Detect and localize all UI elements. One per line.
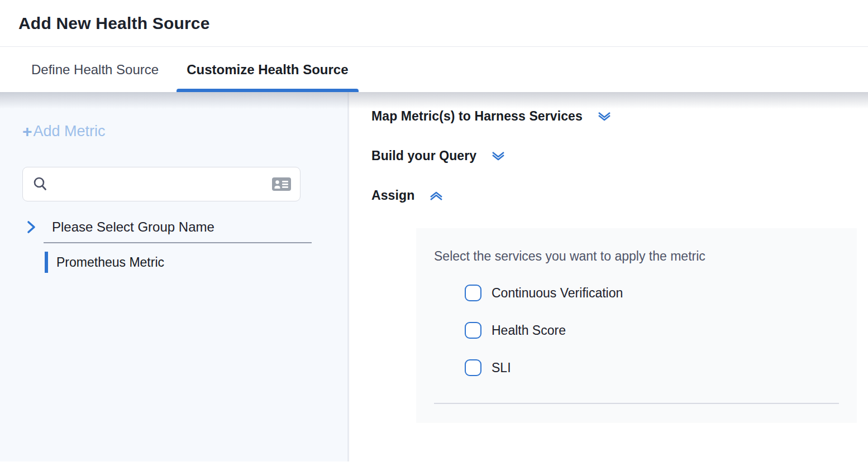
section-title: Build your Query xyxy=(371,148,476,163)
health-score-checkbox[interactable] xyxy=(465,322,481,339)
tab-customize-health-source[interactable]: Customize Health Source xyxy=(187,47,348,92)
option-label: Health Score xyxy=(492,323,566,338)
chevron-down-icon[interactable] xyxy=(596,110,613,123)
content-area: + Add Metric xyxy=(0,92,868,461)
group-row[interactable]: Please Select Group Name xyxy=(22,219,325,235)
page-title: Add New Health Source xyxy=(18,14,210,33)
tab-label: Define Health Source xyxy=(31,62,159,78)
contact-card-icon[interactable] xyxy=(271,176,292,192)
metric-list-item-prometheus[interactable]: Prometheus Metric xyxy=(45,252,325,273)
assign-divider xyxy=(434,403,839,404)
section-title: Assign xyxy=(371,188,414,203)
tab-define-health-source[interactable]: Define Health Source xyxy=(31,47,159,92)
plus-icon: + xyxy=(22,123,32,140)
continuous-verification-checkbox[interactable] xyxy=(465,285,481,301)
option-continuous-verification[interactable]: Continuous Verification xyxy=(465,285,839,301)
group-name-label: Please Select Group Name xyxy=(52,219,214,235)
option-health-score[interactable]: Health Score xyxy=(465,322,839,339)
sli-checkbox[interactable] xyxy=(465,359,481,376)
assign-panel: Select the services you want to apply th… xyxy=(416,228,857,423)
tab-bar: Define Health Source Customize Health So… xyxy=(0,47,868,92)
section-assign[interactable]: Assign xyxy=(371,188,868,203)
chevron-up-icon[interactable] xyxy=(428,189,445,203)
metric-item-label: Prometheus Metric xyxy=(56,255,164,270)
metric-search-box[interactable] xyxy=(22,167,301,201)
metrics-sidebar: + Add Metric xyxy=(0,92,349,461)
option-label: SLI xyxy=(492,360,511,376)
section-map-metrics[interactable]: Map Metric(s) to Harness Services xyxy=(371,109,868,124)
selected-indicator-bar xyxy=(45,252,48,273)
section-build-query[interactable]: Build your Query xyxy=(371,148,868,163)
option-label: Continuous Verification xyxy=(492,286,623,301)
tab-label: Customize Health Source xyxy=(187,62,348,78)
chevron-right-icon[interactable] xyxy=(25,220,37,234)
customize-main-panel: Map Metric(s) to Harness Services Build … xyxy=(349,92,868,461)
chevron-down-icon[interactable] xyxy=(490,150,507,163)
section-title: Map Metric(s) to Harness Services xyxy=(371,109,583,124)
add-metric-button[interactable]: + Add Metric xyxy=(22,123,106,140)
group-divider xyxy=(44,242,312,243)
metric-search-input[interactable] xyxy=(54,177,265,191)
modal-header: Add New Health Source xyxy=(0,0,868,47)
search-icon xyxy=(32,176,49,192)
assign-prompt: Select the services you want to apply th… xyxy=(434,249,839,264)
active-tab-indicator xyxy=(177,89,358,92)
option-sli[interactable]: SLI xyxy=(465,359,839,376)
add-metric-label: Add Metric xyxy=(34,123,106,140)
